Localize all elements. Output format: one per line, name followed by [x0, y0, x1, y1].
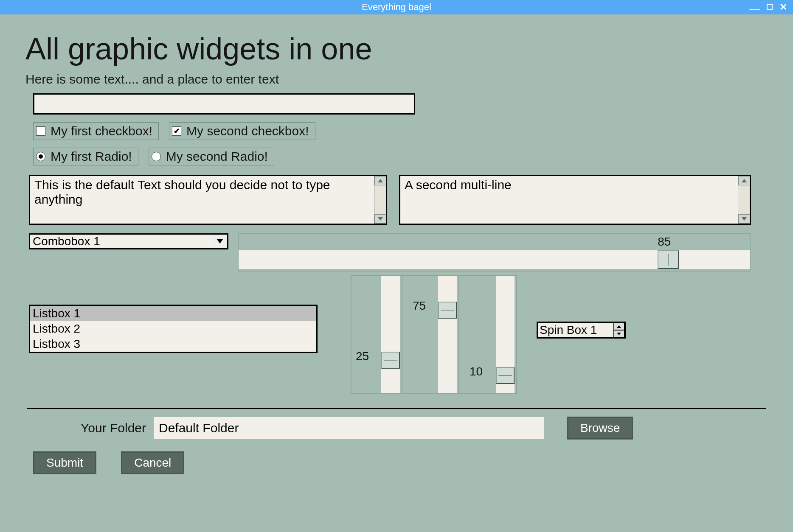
- spin-down-icon[interactable]: [613, 330, 624, 337]
- listbox[interactable]: Listbox 1 Listbox 2 Listbox 3: [29, 305, 318, 353]
- cancel-button[interactable]: Cancel: [121, 451, 184, 474]
- list-item[interactable]: Listbox 3: [30, 336, 316, 352]
- combobox-value: Combobox 1: [33, 235, 100, 248]
- list-item[interactable]: Listbox 2: [30, 321, 316, 336]
- scroll-down-icon[interactable]: [374, 214, 386, 224]
- browse-button[interactable]: Browse: [567, 417, 633, 440]
- scrollbar[interactable]: [738, 176, 750, 224]
- scroll-up-icon[interactable]: [738, 176, 750, 185]
- radio-first[interactable]: My first Radio!: [33, 148, 138, 165]
- minimize-icon[interactable]: __: [750, 0, 760, 11]
- vertical-sliders: 25 75 10: [351, 275, 517, 394]
- checkbox-first[interactable]: My first checkbox!: [33, 122, 159, 140]
- multiline-second-container: [399, 175, 751, 225]
- text-input[interactable]: [33, 93, 415, 115]
- titlebar: Everything bagel __: [0, 0, 793, 14]
- chevron-down-icon[interactable]: [212, 235, 227, 248]
- list-item[interactable]: Listbox 1: [30, 306, 316, 321]
- vertical-slider-2[interactable]: 75: [408, 276, 459, 393]
- spinbox[interactable]: Spin Box 1: [537, 322, 626, 339]
- slider-value-label: 25: [356, 350, 369, 363]
- slider-handle[interactable]: [381, 352, 400, 369]
- multiline-first-container: [29, 175, 387, 225]
- radio-second[interactable]: My second Radio!: [149, 148, 274, 165]
- scrollbar[interactable]: [374, 176, 386, 224]
- slider-handle[interactable]: [438, 302, 457, 319]
- page-subtitle: Here is some text.... and a place to ent…: [25, 72, 768, 87]
- vertical-slider-1[interactable]: 25: [352, 276, 402, 393]
- close-icon[interactable]: [779, 2, 787, 13]
- submit-button[interactable]: Submit: [33, 451, 96, 474]
- slider-track[interactable]: [438, 276, 457, 393]
- horizontal-slider[interactable]: 85: [238, 233, 751, 272]
- scroll-down-icon[interactable]: [738, 214, 750, 224]
- radio-label: My first Radio!: [51, 149, 132, 164]
- divider: [27, 408, 766, 409]
- checkbox-second[interactable]: My second checkbox!: [169, 122, 315, 140]
- slider-value-label: 10: [470, 365, 483, 378]
- scroll-up-icon[interactable]: [374, 176, 386, 185]
- checkbox-icon: [36, 126, 45, 136]
- slider-value-label: 85: [658, 235, 671, 249]
- window-title: Everything bagel: [362, 2, 431, 13]
- multiline-first[interactable]: [30, 176, 374, 224]
- checkbox-label: My first checkbox!: [51, 124, 152, 138]
- folder-label: Your Folder: [81, 421, 146, 435]
- radio-label: My second Radio!: [166, 149, 268, 164]
- page-title: All graphic widgets in one: [25, 31, 768, 66]
- slider-track[interactable]: [381, 276, 400, 393]
- checkbox-icon: [172, 126, 181, 136]
- maximize-icon[interactable]: [767, 2, 773, 13]
- slider-value-label: 75: [413, 299, 426, 313]
- slider-handle[interactable]: [496, 367, 515, 384]
- radio-icon: [152, 152, 161, 161]
- slider-handle[interactable]: [658, 250, 679, 269]
- radio-icon: [36, 152, 45, 161]
- window-controls: __: [750, 2, 787, 13]
- folder-field[interactable]: [154, 417, 544, 439]
- checkbox-label: My second checkbox!: [186, 124, 309, 138]
- multiline-second[interactable]: [400, 176, 738, 224]
- spin-up-icon[interactable]: [613, 323, 624, 330]
- vertical-slider-3[interactable]: 10: [465, 276, 516, 393]
- combobox[interactable]: Combobox 1: [29, 233, 228, 249]
- spinbox-value: Spin Box 1: [540, 323, 597, 337]
